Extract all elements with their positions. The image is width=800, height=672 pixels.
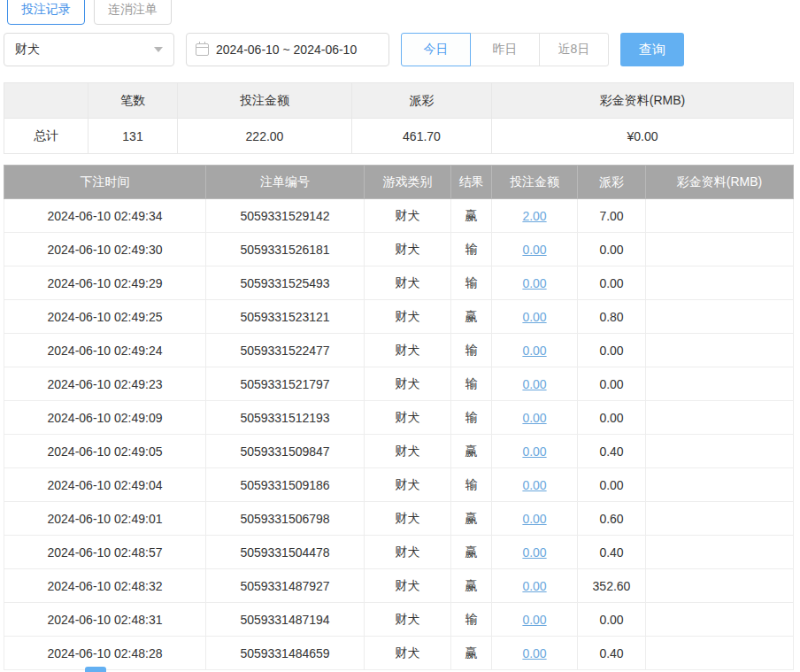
- summary-header-payout: 派彩: [352, 83, 492, 119]
- table-row: 2024-06-10 02:49:09 5059331512193 财犬 输 0…: [4, 401, 794, 435]
- tab-cancelled-orders[interactable]: 连消注单: [94, 0, 172, 25]
- cell-bet-time: 2024-06-10 02:49:29: [4, 266, 206, 300]
- bet-amount-link[interactable]: 0.00: [522, 243, 546, 257]
- cell-payout: 352.60: [578, 569, 646, 603]
- cell-payout: 0.00: [578, 266, 646, 300]
- cell-order-number: 5059331525493: [206, 266, 365, 300]
- bet-amount-link[interactable]: 0.00: [522, 344, 546, 358]
- cell-payout: 0.00: [578, 367, 646, 401]
- bet-amount-link[interactable]: 0.00: [522, 613, 546, 627]
- table-row: 2024-06-10 02:49:01 5059331506798 财犬 赢 0…: [4, 502, 794, 536]
- cell-bet-time: 2024-06-10 02:49:05: [4, 435, 206, 468]
- cell-bet-time: 2024-06-10 02:49:09: [4, 401, 206, 435]
- cell-result: 赢: [451, 536, 492, 569]
- search-button[interactable]: 查询: [620, 33, 684, 66]
- table-row: 2024-06-10 02:49:25 5059331523121 财犬 赢 0…: [4, 300, 794, 334]
- cell-bet-amount: 0.00: [492, 536, 578, 569]
- cell-game-type: 财犬: [365, 603, 451, 637]
- summary-total-label: 总计: [4, 119, 88, 154]
- cell-order-number: 5059331512193: [206, 401, 365, 435]
- cell-game-type: 财犬: [365, 266, 451, 300]
- date-range-value: 2024-06-10 ~ 2024-06-10: [216, 42, 357, 57]
- table-row: 2024-06-10 02:48:31 5059331487194 财犬 输 0…: [4, 603, 794, 637]
- cell-result: 赢: [451, 435, 492, 468]
- cell-game-type: 财犬: [365, 569, 451, 603]
- cell-bet-time: 2024-06-10 02:49:04: [4, 468, 206, 502]
- top-tabs: 投注记录 连消注单: [7, 0, 800, 25]
- cell-game-type: 财犬: [365, 502, 451, 536]
- table-row: 2024-06-10 02:48:57 5059331504478 财犬 赢 0…: [4, 536, 794, 569]
- cell-result: 输: [451, 401, 492, 435]
- cell-bet-amount: 0.00: [492, 233, 578, 266]
- cell-order-number: 5059331522477: [206, 334, 365, 367]
- bet-amount-link[interactable]: 0.00: [522, 411, 546, 425]
- cell-bet-amount: 0.00: [492, 569, 578, 603]
- summary-total-row: 总计 131 222.00 461.70 ¥0.00: [4, 119, 794, 154]
- table-row: 2024-06-10 02:49:04 5059331509186 财犬 输 0…: [4, 468, 794, 502]
- cell-payout: 0.00: [578, 468, 646, 502]
- bet-records-table: 下注时间 注单编号 游戏类别 结果 投注金额 派彩 彩金资料(RMB) 2024…: [4, 165, 794, 670]
- cell-bet-time: 2024-06-10 02:49:34: [4, 199, 206, 233]
- bet-table-header-row: 下注时间 注单编号 游戏类别 结果 投注金额 派彩 彩金资料(RMB): [4, 166, 794, 199]
- bet-amount-link[interactable]: 0.00: [522, 512, 546, 526]
- summary-header-bonus: 彩金资料(RMB): [492, 83, 794, 119]
- cell-result: 赢: [451, 637, 492, 670]
- summary-header-blank: [4, 83, 88, 119]
- bet-amount-link[interactable]: 2.00: [522, 209, 546, 223]
- yesterday-button[interactable]: 昨日: [470, 33, 540, 66]
- header-game-type: 游戏类别: [365, 166, 451, 199]
- cell-bet-time: 2024-06-10 02:49:24: [4, 334, 206, 367]
- pagination-page-button[interactable]: [85, 667, 106, 672]
- today-button[interactable]: 今日: [401, 33, 471, 66]
- cell-bonus: [646, 603, 794, 637]
- cell-bet-amount: 0.00: [492, 300, 578, 334]
- cell-order-number: 5059331529142: [206, 199, 365, 233]
- table-row: 2024-06-10 02:49:24 5059331522477 财犬 输 0…: [4, 334, 794, 367]
- cell-result: 输: [451, 468, 492, 502]
- cell-order-number: 5059331523121: [206, 300, 365, 334]
- bet-table-body: 2024-06-10 02:49:34 5059331529142 财犬 赢 2…: [4, 199, 794, 670]
- header-bonus: 彩金资料(RMB): [646, 166, 794, 199]
- cell-result: 赢: [451, 502, 492, 536]
- date-range-input[interactable]: 2024-06-10 ~ 2024-06-10: [186, 33, 389, 66]
- header-order-number: 注单编号: [206, 166, 365, 199]
- bet-amount-link[interactable]: 0.00: [522, 276, 546, 290]
- cell-payout: 0.40: [578, 637, 646, 670]
- table-row: 2024-06-10 02:48:28 5059331484659 财犬 赢 0…: [4, 637, 794, 670]
- game-select[interactable]: 财犬: [4, 33, 174, 66]
- cell-order-number: 5059331504478: [206, 536, 365, 569]
- cell-bonus: [646, 502, 794, 536]
- bet-amount-link[interactable]: 0.00: [522, 478, 546, 492]
- cell-bet-amount: 0.00: [492, 266, 578, 300]
- cell-bonus: [646, 435, 794, 468]
- cell-bonus: [646, 468, 794, 502]
- cell-game-type: 财犬: [365, 435, 451, 468]
- bet-records-page: 投注记录 连消注单 财犬 2024-06-10 ~ 2024-06-10 今日 …: [0, 0, 800, 672]
- bet-amount-link[interactable]: 0.00: [522, 579, 546, 593]
- bet-amount-link[interactable]: 0.00: [522, 646, 546, 660]
- cell-result: 输: [451, 266, 492, 300]
- chevron-down-icon: [154, 47, 163, 52]
- cell-payout: 0.40: [578, 435, 646, 468]
- cell-bet-time: 2024-06-10 02:49:25: [4, 300, 206, 334]
- cell-bet-time: 2024-06-10 02:49:23: [4, 367, 206, 401]
- bet-amount-link[interactable]: 0.00: [522, 310, 546, 324]
- cell-payout: 0.00: [578, 401, 646, 435]
- cell-game-type: 财犬: [365, 637, 451, 670]
- cell-order-number: 5059331487194: [206, 603, 365, 637]
- cell-game-type: 财犬: [365, 367, 451, 401]
- bet-amount-link[interactable]: 0.00: [522, 377, 546, 391]
- cell-bonus: [646, 367, 794, 401]
- bet-amount-link[interactable]: 0.00: [522, 545, 546, 560]
- summary-total-count: 131: [88, 119, 178, 154]
- cell-bet-time: 2024-06-10 02:48:28: [4, 637, 206, 670]
- cell-game-type: 财犬: [365, 300, 451, 334]
- last-8-days-button[interactable]: 近8日: [539, 33, 609, 66]
- tab-bet-records[interactable]: 投注记录: [7, 0, 85, 25]
- game-select-value: 财犬: [15, 42, 40, 58]
- cell-order-number: 5059331509186: [206, 468, 365, 502]
- cell-bonus: [646, 637, 794, 670]
- table-row: 2024-06-10 02:49:34 5059331529142 财犬 赢 2…: [4, 199, 794, 233]
- summary-total-bet-amount: 222.00: [178, 119, 352, 154]
- bet-amount-link[interactable]: 0.00: [522, 444, 546, 459]
